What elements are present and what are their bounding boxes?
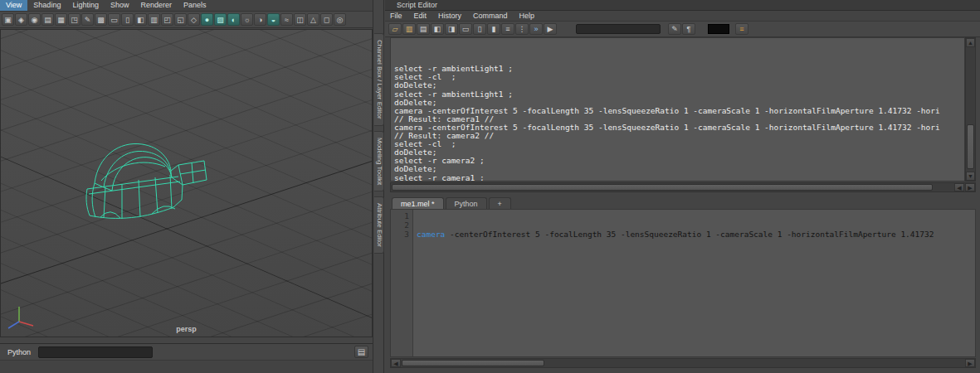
dock-tab[interactable]: Attribute Editor [374, 196, 384, 254]
output-vertical-scrollbar[interactable]: ▲ ▼ [965, 37, 976, 182]
two-d-pan-zoom-icon[interactable]: ◳ [68, 13, 80, 26]
clear-all-icon[interactable]: ▮ [487, 23, 500, 35]
scroll-thumb[interactable] [967, 124, 974, 169]
viewport-menu-item[interactable]: Shading [27, 0, 66, 11]
command-language-toggle[interactable]: Python [0, 348, 38, 356]
viewport-panel: ViewShadingLightingShowRendererPanels ▣◈… [0, 0, 373, 373]
command-feedback-swatch [708, 24, 729, 34]
code-editor[interactable]: camera -centerOfInterest 5 -focalLength … [413, 210, 975, 356]
line-number-gutter: 123 [391, 210, 413, 356]
save-script-icon[interactable]: ▥ [402, 23, 416, 35]
script-editor-menu-item[interactable]: Edit [409, 12, 434, 20]
camera-attributes-icon[interactable]: ◉ [28, 13, 41, 26]
script-editor-menu-item[interactable]: Help [514, 12, 542, 20]
dock-tab[interactable]: Modeling Toolkit [374, 131, 384, 191]
shadows-icon[interactable]: ◑ [254, 13, 266, 26]
scroll-down-arrow[interactable]: ▼ [966, 172, 975, 181]
echo-all-commands-icon[interactable]: ◨ [445, 23, 458, 35]
multisample-icon[interactable]: ◫ [294, 13, 306, 26]
lock-camera-icon[interactable]: ◈ [15, 13, 27, 26]
execute-icon[interactable]: ▶ [544, 23, 557, 35]
grease-pencil-icon[interactable]: ✎ [81, 13, 94, 26]
use-default-material-icon[interactable]: ◐ [227, 13, 240, 26]
safe-title-icon[interactable]: ◱ [174, 13, 187, 26]
resolution-gate-icon[interactable]: ▯ [121, 13, 134, 26]
x-ray-icon[interactable]: ◻ [320, 13, 333, 26]
smooth-shade-icon[interactable]: ● [201, 13, 213, 26]
scroll-thumb[interactable] [392, 184, 933, 191]
scroll-left-arrow[interactable]: ◀ [954, 183, 964, 191]
wireframe-display-icon[interactable]: ◇ [188, 13, 200, 26]
script-history-output[interactable]: select -r ambientLight1 ;select -cl ;doD… [390, 37, 965, 182]
viewport-canvas[interactable] [1, 30, 372, 337]
viewport-menu-item[interactable]: Renderer [134, 0, 178, 11]
image-plane-icon[interactable]: ▦ [55, 13, 67, 26]
textured-display-icon[interactable]: ▨ [214, 13, 227, 26]
script-input-pane[interactable]: 123 camera -centerOfInterest 5 -focalLen… [390, 209, 976, 357]
line-number: 3 [391, 230, 409, 239]
occlusion-icon[interactable]: ◒ [267, 13, 280, 26]
show-history-icon[interactable]: ◧ [431, 23, 444, 35]
viewport-menu-item[interactable]: Show [105, 0, 135, 11]
grid-display-icon[interactable]: ▩ [95, 13, 107, 26]
history-line: select -r camera1 ; [394, 174, 964, 182]
viewport-menu-item[interactable]: Panels [178, 0, 212, 11]
output-horizontal-scrollbar[interactable]: ◀ ▶ [390, 182, 976, 192]
find-replace-icon[interactable]: ¶ [682, 23, 695, 35]
script-editor-panel: Script Editor FileEditHistoryCommandHelp… [385, 0, 980, 373]
script-editor-toolbar: ▱▥▤◧◨▭▯▮≡⋮»▶ ✎¶ ≡ [385, 22, 980, 37]
safe-action-icon[interactable]: ◰ [161, 13, 173, 26]
exposure-icon[interactable]: ◎ [334, 13, 346, 26]
script-editor-menu-item[interactable]: History [433, 12, 468, 20]
car-wireframe-model [86, 143, 207, 219]
mel-keyword: camera [417, 230, 445, 239]
history-line: select -r ambientLight1 ; [394, 65, 964, 73]
history-line: select -r ambientLight1 ; [394, 90, 964, 99]
field-chart-icon[interactable]: ▥ [148, 13, 160, 26]
show-stack-trace-icon[interactable]: ⋮ [515, 23, 529, 35]
clear-input-icon[interactable]: ▯ [473, 23, 486, 35]
execute-all-icon[interactable]: » [529, 23, 543, 35]
history-line: doDelete; [394, 165, 964, 173]
script-editor-menu-item[interactable]: Command [468, 12, 514, 20]
viewport-menu-item[interactable]: Lighting [66, 0, 105, 11]
dock-tab[interactable]: Channel Box / Layer Editor [374, 33, 384, 126]
line-numbers-icon[interactable]: ≡ [501, 23, 514, 35]
scroll-thumb[interactable] [402, 360, 544, 366]
perspective-viewport[interactable]: persp [0, 29, 373, 337]
toolbar-icon-group-left: ▱▥▤◧◨▭▯▮≡⋮»▶ [388, 23, 557, 35]
scroll-left-arrow[interactable]: ◀ [391, 359, 401, 367]
mel-arguments: -centerOfInterest 5 -focalLength 35 -len… [445, 230, 934, 239]
script-tab[interactable]: Python [446, 197, 487, 209]
lighting-icon[interactable]: ☼ [241, 13, 253, 26]
motion-blur-icon[interactable]: ≈ [280, 13, 293, 26]
scroll-up-arrow[interactable]: ▲ [966, 38, 975, 47]
script-tab[interactable]: + [489, 197, 511, 209]
isolate-select-icon[interactable]: △ [307, 13, 319, 26]
find-next-icon[interactable]: ✎ [668, 23, 681, 35]
film-gate-icon[interactable]: ▭ [108, 13, 120, 26]
script-editor-titlebar[interactable]: Script Editor [385, 0, 980, 11]
search-input[interactable] [576, 24, 661, 34]
scroll-right-arrow[interactable]: ▶ [965, 359, 975, 367]
script-tab[interactable]: me1.mel * [392, 197, 444, 209]
scroll-right-arrow[interactable]: ▶ [965, 183, 975, 191]
select-camera-icon[interactable]: ▣ [2, 13, 14, 26]
viewport-menubar: ViewShadingLightingShowRendererPanels [0, 0, 373, 12]
save-to-shelf-icon[interactable]: ▤ [417, 23, 430, 35]
clear-history-icon[interactable]: ▭ [459, 23, 472, 35]
viewport-toolbar: ▣◈◉▤▦◳✎▩▭▯◧▥◰◱◇●▨◐☼◑◒≈◫△◻◎ [0, 12, 373, 28]
script-editor-toggle-icon[interactable]: ▤ [354, 346, 368, 358]
history-line: // Result: camera2 // [394, 132, 964, 140]
script-editor-menu-item[interactable]: File [385, 12, 409, 20]
load-script-icon[interactable]: ▱ [388, 23, 402, 35]
stack-trace-icon[interactable]: ≡ [735, 23, 748, 35]
input-horizontal-scrollbar[interactable]: ◀ ▶ [390, 358, 976, 368]
history-line: select -r camera2 ; [394, 157, 964, 165]
camera-name-label: persp [1, 325, 372, 333]
gate-mask-icon[interactable]: ◧ [134, 13, 147, 26]
bookmarks-icon[interactable]: ▤ [41, 13, 54, 26]
viewport-menu-item[interactable]: View [0, 0, 27, 11]
toolbar-icon-group-right: ✎¶ [668, 23, 695, 35]
command-line-input[interactable] [38, 346, 153, 358]
